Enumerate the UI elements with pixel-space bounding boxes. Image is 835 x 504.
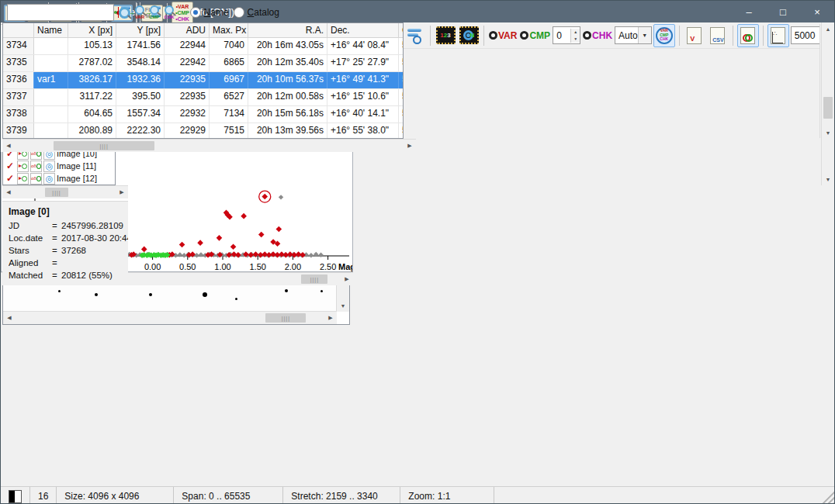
match-settings-button[interactable] — [404, 24, 426, 47]
csv-export-button[interactable]: CSV — [707, 24, 729, 47]
photometry-run-button[interactable]: N — [458, 24, 480, 47]
search-by-name-radio[interactable]: Name — [190, 7, 229, 18]
column-header[interactable]: X [px] — [68, 23, 116, 37]
table-row[interactable]: 3734105.131741.5622944704020h 16m 43.05s… — [3, 38, 403, 55]
report-button[interactable]: V — [684, 24, 705, 47]
table-row[interactable]: 37392080.892222.3022929751520h 13m 39.56… — [3, 123, 403, 139]
star-table[interactable]: NameX [px]Y [px]ADUMax. PxR.A.Dec.Cat373… — [2, 22, 404, 139]
table-view-button[interactable] — [737, 24, 759, 47]
cmp-select-button[interactable]: CMP — [519, 24, 551, 47]
spin-down-icon[interactable]: ▼ — [571, 36, 580, 43]
find-var-button[interactable]: VAR — [135, 5, 144, 19]
scroll-right-icon[interactable]: ▶ — [341, 273, 353, 285]
column-header[interactable]: Name — [34, 23, 68, 37]
var-select-button[interactable]: VAR — [488, 24, 518, 47]
chk-magnifier-icon — [165, 5, 174, 15]
photometry-window: Photometry (Field Curvature: C:\...\TCMT… — [0, 0, 835, 504]
scroll-left-icon[interactable]: ◀ — [2, 186, 15, 198]
image-label: Image [12] — [57, 174, 97, 183]
star-marker-icon[interactable]: ▸ — [17, 161, 29, 172]
star — [149, 293, 152, 296]
info-row: Matched=20812 (55%) — [9, 269, 128, 281]
scroll-up-icon[interactable]: ▲ — [822, 22, 834, 35]
column-header[interactable] — [3, 23, 34, 37]
table-row[interactable]: 3738604.651557.3422932713420h 15m 56.18s… — [3, 106, 403, 123]
image-horizontal-scrollbar[interactable]: ◀ |||| ▶ — [3, 311, 337, 324]
column-header[interactable]: Y [px] — [116, 23, 165, 37]
list-horizontal-scrollbar[interactable]: ◀ |||| ▶ — [2, 185, 128, 198]
scroll-left-icon[interactable]: ◀ — [2, 140, 15, 152]
search-input[interactable] — [7, 4, 114, 21]
spin-up-icon[interactable]: ▲ — [571, 29, 580, 36]
csv-icon: CSV — [710, 27, 725, 44]
svg-text:2.00: 2.00 — [285, 262, 301, 271]
table-row[interactable]: 3736var13826.171932.3622935696720h 10m 5… — [3, 72, 403, 89]
find-chk-button[interactable]: CHK — [165, 5, 175, 19]
info-row: Stars=37268 — [9, 244, 128, 257]
scroll-down-icon[interactable]: ▼ — [822, 173, 834, 185]
scroll-down-icon[interactable]: ▼ — [337, 299, 349, 312]
status-bar: 16 Size: 4096 x 4096 Span: 0 .. 65535 St… — [1, 486, 834, 504]
search-by-catalog-radio[interactable]: Catalog — [234, 7, 279, 18]
resize-grip[interactable] — [822, 487, 834, 504]
star — [203, 292, 207, 297]
column-header[interactable]: ADU — [165, 23, 210, 37]
var-magnifier-icon — [135, 5, 144, 15]
svg-text:1.00: 1.00 — [214, 262, 230, 271]
cmp-count-spinner[interactable]: 0▲▼ — [553, 26, 580, 44]
sliders-match-icon — [407, 28, 424, 43]
search-icon[interactable] — [119, 7, 130, 19]
star-vertical-scrollbar[interactable]: ▲ ▼ — [821, 22, 834, 139]
svg-text:0.50: 0.50 — [179, 262, 196, 271]
find-cmp-button[interactable]: CMP — [149, 5, 159, 19]
cmp-magnifier-icon — [150, 5, 159, 15]
scroll-right-icon[interactable]: ▶ — [116, 186, 128, 198]
scatter-view-button[interactable]: ∴ — [767, 24, 789, 47]
scroll-right-icon[interactable]: ▶ — [324, 312, 337, 324]
column-header[interactable]: Dec. — [327, 23, 399, 37]
match-icon[interactable]: ◎ — [43, 161, 55, 172]
svg-text:0.00: 0.00 — [144, 262, 161, 271]
table-row[interactable]: 37373117.22395.5022935652720h 12m 00.58s… — [3, 89, 403, 106]
var-cmp-chk-button[interactable]: VARCMPCHK — [653, 24, 675, 47]
zoom-status: Zoom: 1:1 — [400, 487, 494, 504]
image-label: Image [11] — [57, 161, 96, 171]
scroll-down-icon[interactable]: ▼ — [822, 126, 834, 139]
scroll-right-icon[interactable]: ▶ — [404, 140, 416, 152]
column-header[interactable]: R.A. — [248, 23, 327, 37]
column-header[interactable]: Max. Px — [210, 23, 248, 37]
photometry-all-icon: 123 — [436, 26, 456, 44]
image-list-item[interactable]: ✓▸αδ◎Image [12] — [3, 172, 115, 185]
var-cmp-chk-icon: VARCMPCHK — [656, 27, 673, 44]
star — [320, 290, 323, 292]
column-header[interactable]: Cat — [399, 23, 404, 37]
photometry-all-button[interactable]: 123 — [435, 24, 456, 47]
stretch-preview-icon — [9, 490, 22, 503]
ensemble-mode-select[interactable]: Auto▼ — [615, 26, 652, 44]
astrometry-icon[interactable]: αδ — [30, 173, 42, 185]
dropdown-arrow-icon[interactable]: ▼ — [638, 27, 651, 43]
info-row: Loc.date=2017-08-30 20:44: — [9, 232, 128, 244]
report-icon: V — [687, 27, 702, 44]
star — [235, 298, 237, 300]
image-info-panel: Image [0] JD=2457996.28109Loc.date=2017-… — [2, 201, 128, 285]
star — [95, 293, 98, 296]
astrometry-icon[interactable]: αδ — [30, 161, 42, 172]
table-header: NameX [px]Y [px]ADUMax. PxR.A.Dec.Cat — [3, 23, 403, 38]
match-icon[interactable]: ◎ — [43, 173, 55, 185]
svg-text:2.50: 2.50 — [320, 262, 336, 271]
size-status: Size: 4096 x 4096 — [57, 487, 174, 504]
image-check-icon[interactable]: ✓ — [5, 173, 16, 184]
info-title: Image [0] — [9, 206, 128, 217]
cmp-dot-icon — [520, 31, 528, 40]
table-row[interactable]: 37352787.023548.1422942686520h 12m 35.40… — [3, 55, 403, 72]
star — [58, 290, 61, 292]
stretch-status: Stretch: 2159 .. 3340 — [283, 487, 400, 504]
scroll-left-icon[interactable]: ◀ — [3, 312, 16, 324]
star-horizontal-scrollbar[interactable]: ◀ |||| ▶ — [2, 139, 416, 152]
image-check-icon[interactable]: ✓ — [5, 161, 16, 171]
span-status: Span: 0 .. 65535 — [174, 487, 283, 504]
image-list-item[interactable]: ✓▸αδ◎Image [11] — [3, 160, 115, 172]
star-marker-icon[interactable]: ▸ — [17, 173, 29, 185]
chk-select-button[interactable]: CHK — [582, 24, 613, 47]
